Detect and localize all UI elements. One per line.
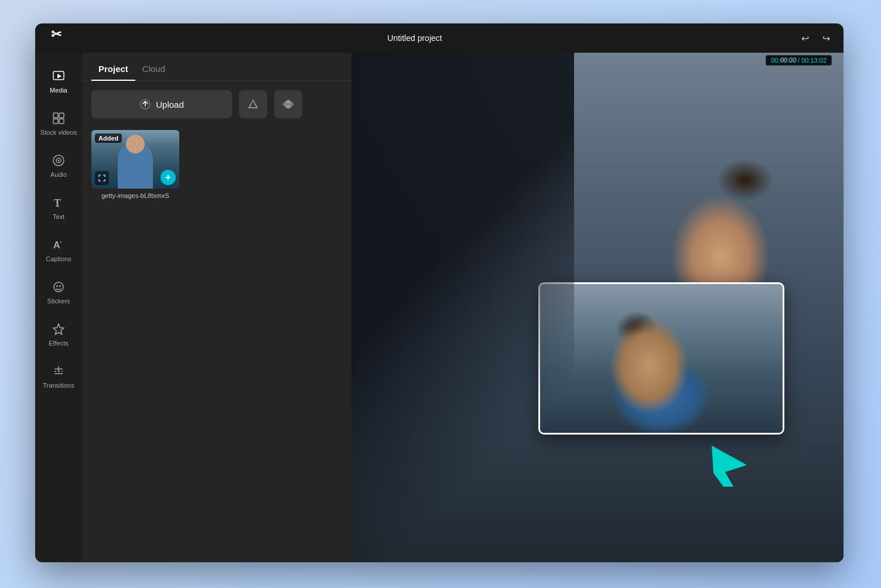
svg-text:T: T: [54, 197, 61, 209]
time-counter: 00:00:00 / 00:13:02: [766, 55, 832, 66]
list-item[interactable]: Added + getty-images-bL8txmxS: [91, 130, 179, 199]
media-panel: Project Cloud Upload: [82, 53, 351, 562]
google-drive-icon: [247, 98, 259, 110]
media-item-name: getty-images-bL8txmxS: [91, 192, 179, 199]
svg-point-8: [58, 159, 60, 161]
preview-area: 00:00:00 / 00:13:02 00:20 00:20 Audio-20…: [351, 53, 844, 562]
sidebar-item-audio[interactable]: Audio: [39, 146, 78, 186]
tab-project[interactable]: Project: [91, 58, 135, 81]
added-badge: Added: [95, 134, 122, 143]
add-media-button[interactable]: +: [161, 170, 176, 185]
svg-rect-5: [59, 119, 64, 124]
cursor-arrow-container: [709, 443, 750, 492]
tab-cloud[interactable]: Cloud: [135, 58, 172, 81]
dropbox-icon: [282, 98, 294, 110]
svg-point-13: [56, 285, 58, 287]
main-content: Media Stock videos: [35, 53, 844, 562]
sidebar-item-transitions-label: Transitions: [43, 382, 74, 389]
audio-icon: [52, 154, 65, 169]
background-video: 00:00:00 / 00:13:02 00:20: [351, 53, 844, 562]
pip-video-frame[interactable]: [538, 282, 784, 435]
sidebar-item-captions-label: Captions: [46, 255, 71, 263]
redo-button[interactable]: ↪: [818, 30, 834, 46]
svg-point-12: [54, 282, 63, 292]
transitions-icon: [52, 365, 65, 380]
sidebar-item-effects[interactable]: Effects: [39, 315, 78, 355]
stock-videos-icon: [52, 112, 65, 127]
top-bar: ✂ Untitled project ↩ ↪: [35, 23, 844, 53]
panel-tabs: Project Cloud: [82, 53, 351, 81]
sidebar: Media Stock videos: [35, 53, 82, 562]
project-title: Untitled project: [40, 33, 790, 43]
svg-marker-1: [57, 74, 62, 78]
svg-marker-25: [712, 446, 747, 487]
cursor-arrow-icon: [709, 443, 750, 490]
sidebar-item-text[interactable]: T Text: [39, 189, 78, 228]
sidebar-item-effects-label: Effects: [49, 340, 68, 347]
sidebar-item-media-label: Media: [50, 87, 67, 94]
svg-point-14: [59, 285, 61, 287]
svg-rect-4: [53, 119, 58, 124]
svg-rect-3: [59, 113, 64, 118]
expand-icon[interactable]: [95, 171, 109, 185]
timeline-marker: 00:20: [780, 56, 797, 63]
upload-row: Upload: [91, 90, 342, 118]
undo-button[interactable]: ↩: [797, 30, 813, 46]
captions-icon: A *: [52, 238, 65, 253]
effects-icon: [52, 323, 65, 337]
media-grid: Added + getty-images-bL8txmxS: [91, 130, 342, 199]
pip-person: [540, 284, 783, 433]
sidebar-item-transitions[interactable]: Transitions: [39, 357, 78, 397]
dropbox-button[interactable]: [274, 90, 302, 118]
panel-body: Upload: [82, 81, 351, 562]
sidebar-item-audio-label: Audio: [50, 171, 67, 179]
sidebar-item-stickers[interactable]: Stickers: [39, 273, 78, 313]
top-bar-actions: ↩ ↪: [797, 30, 834, 46]
stickers-icon: [52, 281, 65, 295]
app-container: ✂ Untitled project ↩ ↪ Media: [35, 23, 844, 562]
sidebar-item-stock-videos[interactable]: Stock videos: [39, 104, 78, 144]
text-icon: T: [52, 196, 65, 211]
svg-text:*: *: [60, 240, 62, 246]
sidebar-item-media[interactable]: Media: [39, 62, 78, 102]
sidebar-item-stickers-label: Stickers: [47, 298, 70, 305]
media-icon: [52, 70, 65, 84]
svg-marker-15: [53, 324, 64, 334]
sidebar-item-stock-label: Stock videos: [40, 129, 77, 136]
sidebar-item-captions[interactable]: A * Captions: [39, 231, 78, 271]
upload-button[interactable]: Upload: [91, 90, 232, 118]
google-drive-button[interactable]: [239, 90, 267, 118]
media-thumbnail: Added +: [91, 130, 179, 189]
sidebar-item-text-label: Text: [53, 213, 64, 221]
svg-rect-2: [53, 113, 58, 118]
preview-time-display: 00:00:00 / 00:13:02: [766, 56, 832, 64]
upload-icon: [139, 98, 151, 110]
